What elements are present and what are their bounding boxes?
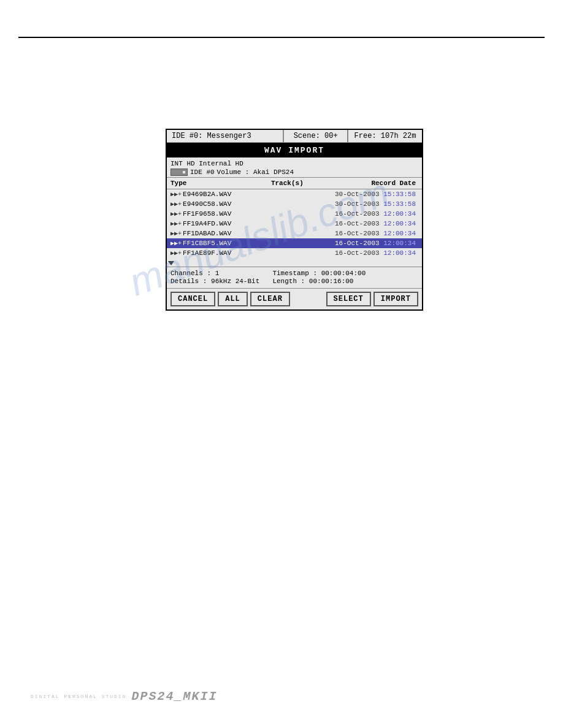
date-part: 30-Oct-2003 [335, 200, 383, 208]
file-row[interactable]: ▶▶+E9469B2A.WAV30-Oct-2003 15:33:58 [167, 189, 422, 199]
time-part: 12:00:34 [383, 230, 416, 237]
footer-small-text: DIGITAL PERSONAL STUDIO [31, 694, 126, 699]
file-list: ▶▶+E9469B2A.WAV30-Oct-2003 15:33:58▶▶+E9… [167, 189, 422, 267]
file-date: 30-Oct-2003 15:33:58 [317, 200, 418, 208]
file-name: ▶▶+E9490C58.WAV [170, 200, 258, 208]
col-header-type: Type [170, 180, 258, 187]
file-icon: ▶▶+ [170, 221, 182, 227]
info-left: Channels : 1 Details : 96kHz 24-Bit [170, 270, 267, 286]
details-value: 96kHz 24-Bit [211, 278, 259, 285]
top-rule [18, 37, 545, 38]
column-headers: Type Track(s) Record Date [167, 178, 422, 189]
time-part: 15:33:58 [383, 200, 416, 208]
file-name: ▶▶+E9469B2A.WAV [170, 191, 258, 198]
file-name: ▶▶+FF1CBBF5.WAV [170, 240, 258, 247]
file-icon: ▶▶+ [170, 211, 182, 218]
file-icon: ▶▶+ [170, 201, 182, 208]
file-name: ▶▶+FF19A4FD.WAV [170, 220, 258, 227]
select-button[interactable]: SELECT [326, 292, 371, 306]
file-name: ▶▶+FF1DABAD.WAV [170, 230, 258, 237]
file-row[interactable]: ▶▶+FF1CBBF5.WAV16-Oct-2003 12:00:34 [167, 238, 422, 248]
file-date: 16-Oct-2003 12:00:34 [317, 210, 418, 218]
length-label: Length : [272, 278, 305, 285]
right-buttons: SELECT IMPORT [326, 292, 418, 306]
file-name: ▶▶+FF1AE89F.WAV [170, 249, 258, 257]
channels-value: 1 [215, 270, 220, 277]
file-date: 16-Oct-2003 12:00:34 [317, 240, 418, 247]
import-button[interactable]: IMPORT [373, 292, 418, 306]
file-date: 16-Oct-2003 12:00:34 [317, 220, 418, 227]
file-row[interactable]: ▶▶+FF1DABAD.WAV16-Oct-2003 12:00:34 [167, 229, 422, 238]
channels-label: Channels : [170, 270, 211, 277]
time-part: 12:00:34 [383, 220, 416, 227]
dialog-title: WAV IMPORT [167, 143, 422, 157]
clear-button[interactable]: CLEAR [250, 292, 290, 306]
file-date: 16-Oct-2003 12:00:34 [317, 230, 418, 237]
footer-brand: DPS24_MKII [131, 689, 217, 703]
timestamp-value: 00:00:04:00 [321, 270, 366, 277]
cancel-button[interactable]: CANCEL [170, 292, 215, 306]
info-area: Channels : 1 Details : 96kHz 24-Bit Time… [167, 267, 422, 288]
date-part: 16-Oct-2003 [335, 249, 383, 257]
file-icon: ▶▶+ [170, 240, 182, 247]
footer: DIGITAL PERSONAL STUDIO DPS24_MKII [31, 689, 217, 703]
all-button[interactable]: ALL [218, 292, 248, 306]
date-part: 16-Oct-2003 [335, 210, 383, 218]
date-part: 16-Oct-2003 [335, 230, 383, 237]
details-label: Details : [170, 278, 207, 285]
details-row: Details : 96kHz 24-Bit [170, 278, 267, 285]
drive-line2: IDE #0 Volume : Akai DPS24 [170, 169, 418, 176]
file-icon: ▶▶+ [170, 191, 182, 198]
timestamp-row: Timestamp : 00:00:04:00 [272, 270, 418, 277]
free-label: Free: 107h 22m [348, 130, 422, 143]
info-right: Timestamp : 00:00:04:00 Length : 00:00:1… [272, 270, 418, 286]
time-part: 12:00:34 [383, 240, 416, 247]
col-header-tracks: Track(s) [258, 180, 317, 187]
file-row[interactable]: ▶▶+E9490C58.WAV30-Oct-2003 15:33:58 [167, 199, 422, 209]
file-row[interactable]: ▶▶+FF19A4FD.WAV16-Oct-2003 12:00:34 [167, 219, 422, 229]
ide-label: IDE #0: Messenger3 [167, 130, 283, 143]
wav-import-dialog: IDE #0: Messenger3 Scene: 00+ Free: 107h… [166, 129, 423, 311]
file-name: ▶▶+FF1F9658.WAV [170, 210, 258, 218]
col-header-date: Record Date [317, 180, 418, 187]
dialog-header: IDE #0: Messenger3 Scene: 00+ Free: 107h… [167, 130, 422, 143]
timestamp-label: Timestamp : [272, 270, 317, 277]
file-icon: ▶▶+ [170, 250, 182, 257]
time-part: 12:00:34 [383, 210, 416, 218]
date-part: 16-Oct-2003 [335, 220, 383, 227]
left-buttons: CANCEL ALL CLEAR [170, 292, 290, 306]
date-part: 30-Oct-2003 [335, 191, 383, 198]
drive-icon [170, 169, 188, 176]
scroll-down-arrow[interactable] [168, 261, 174, 265]
button-bar: CANCEL ALL CLEAR SELECT IMPORT [167, 288, 422, 309]
time-part: 15:33:58 [383, 191, 416, 198]
file-date: 16-Oct-2003 12:00:34 [317, 249, 418, 257]
length-row: Length : 00:00:16:00 [272, 278, 418, 285]
file-row[interactable]: ▶▶+FF1AE89F.WAV16-Oct-2003 12:00:34 [167, 248, 422, 258]
date-part: 16-Oct-2003 [335, 240, 383, 247]
drive-area: INT HD Internal HD IDE #0 Volume : Akai … [167, 157, 422, 178]
file-icon: ▶▶+ [170, 230, 182, 237]
length-value: 00:00:16:00 [309, 278, 354, 285]
drive-line1: INT HD Internal HD [170, 160, 418, 167]
scene-label: Scene: 00+ [283, 130, 348, 143]
drive-ide: IDE #0 [190, 169, 215, 176]
time-part: 12:00:34 [383, 249, 416, 257]
file-date: 30-Oct-2003 15:33:58 [317, 191, 418, 198]
drive-volume: Volume : Akai DPS24 [217, 169, 294, 176]
channels-row: Channels : 1 [170, 270, 267, 277]
scroll-area [167, 258, 422, 267]
file-row[interactable]: ▶▶+FF1F9658.WAV16-Oct-2003 12:00:34 [167, 209, 422, 219]
